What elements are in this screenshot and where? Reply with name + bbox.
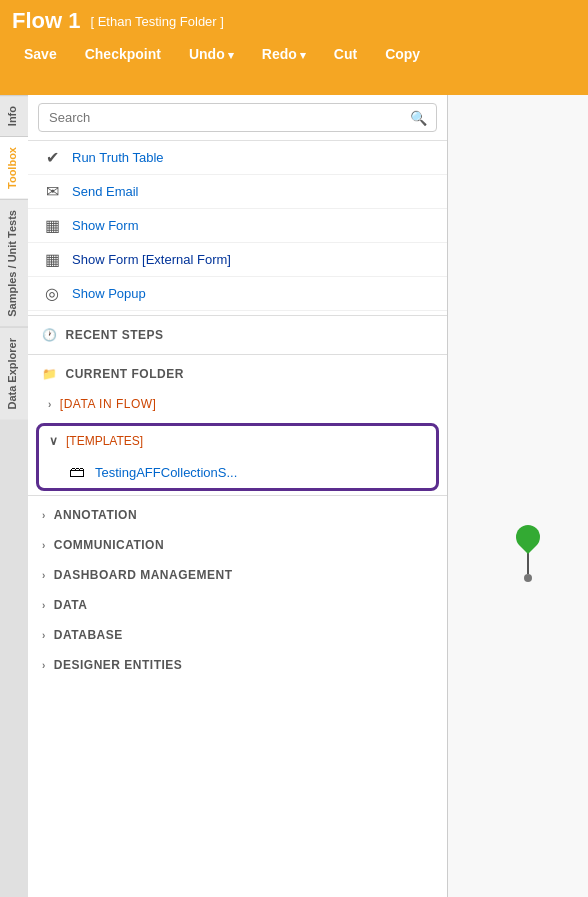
- category-communication[interactable]: › COMMUNICATION: [28, 530, 447, 560]
- divider: [28, 315, 447, 316]
- divider2: [28, 354, 447, 355]
- folder-label: [ Ethan Testing Folder ]: [90, 14, 223, 29]
- current-folder-label: CURRENT FOLDER: [66, 367, 184, 381]
- annotation-chevron: ›: [42, 510, 46, 521]
- templates-header[interactable]: ∨ [TEMPLATES]: [39, 426, 436, 456]
- tool-send-email[interactable]: ✉ Send Email: [28, 175, 447, 209]
- side-tabs: Info Toolbox Samples / Unit Tests Data E…: [0, 95, 28, 897]
- data-in-flow-chevron: ›: [48, 399, 52, 410]
- pin-head: [511, 520, 545, 554]
- templates-section: ∨ [TEMPLATES] 🗃 TestingAFFCollectionS...: [36, 423, 439, 491]
- redo-button[interactable]: Redo: [250, 40, 318, 68]
- data-in-flow-header[interactable]: › [DATA IN FLOW]: [28, 389, 447, 419]
- tool-label: Show Popup: [72, 286, 146, 301]
- show-popup-icon: ◎: [42, 284, 62, 303]
- database-label: DATABASE: [54, 628, 123, 642]
- data-chevron: ›: [42, 600, 46, 611]
- communication-chevron: ›: [42, 540, 46, 551]
- flow-title: Flow 1: [12, 8, 80, 34]
- section-recent-steps[interactable]: 🕐 RECENT STEPS: [28, 320, 447, 350]
- title-row: Flow 1 [ Ethan Testing Folder ]: [0, 0, 588, 34]
- copy-button[interactable]: Copy: [373, 40, 432, 68]
- annotation-label: ANNOTATION: [54, 508, 137, 522]
- tool-show-popup[interactable]: ◎ Show Popup: [28, 277, 447, 311]
- testing-aff-label: TestingAFFCollectionS...: [95, 465, 237, 480]
- data-label: DATA: [54, 598, 88, 612]
- designer-label: DESIGNER ENTITIES: [54, 658, 183, 672]
- dashboard-chevron: ›: [42, 570, 46, 581]
- database-chevron: ›: [42, 630, 46, 641]
- sidebar-item-info[interactable]: Info: [0, 95, 28, 136]
- templates-chevron: ∨: [49, 434, 58, 448]
- sidebar-item-data-explorer[interactable]: Data Explorer: [0, 327, 28, 420]
- checkpoint-button[interactable]: Checkpoint: [73, 40, 173, 68]
- run-truth-table-icon: ✔: [42, 148, 62, 167]
- tool-label: Show Form [External Form]: [72, 252, 231, 267]
- category-dashboard-management[interactable]: › DASHBOARD MANAGEMENT: [28, 560, 447, 590]
- current-folder-icon: 📁: [42, 367, 58, 381]
- search-bar: 🔍: [28, 95, 447, 141]
- search-icon: 🔍: [410, 110, 427, 126]
- pin-dot: [524, 574, 532, 582]
- category-database[interactable]: › DATABASE: [28, 620, 447, 650]
- communication-label: COMMUNICATION: [54, 538, 164, 552]
- show-form-icon: ▦: [42, 216, 62, 235]
- cut-button[interactable]: Cut: [322, 40, 369, 68]
- save-button[interactable]: Save: [12, 40, 69, 68]
- category-data[interactable]: › DATA: [28, 590, 447, 620]
- testing-aff-icon: 🗃: [69, 463, 85, 481]
- search-input[interactable]: [38, 103, 437, 132]
- tool-show-form-external[interactable]: ▦ Show Form [External Form]: [28, 243, 447, 277]
- tool-label: Run Truth Table: [72, 150, 164, 165]
- tool-label: Show Form: [72, 218, 138, 233]
- canvas-panel: [448, 95, 588, 897]
- recent-steps-label: RECENT STEPS: [66, 328, 164, 342]
- category-annotation[interactable]: › ANNOTATION: [28, 500, 447, 530]
- tool-label: Send Email: [72, 184, 138, 199]
- divider3: [28, 495, 447, 496]
- tool-show-form[interactable]: ▦ Show Form: [28, 209, 447, 243]
- category-designer-entities[interactable]: › DESIGNER ENTITIES: [28, 650, 447, 680]
- show-form-external-icon: ▦: [42, 250, 62, 269]
- dashboard-label: DASHBOARD MANAGEMENT: [54, 568, 233, 582]
- sidebar-item-toolbox[interactable]: Toolbox: [0, 136, 28, 199]
- recent-steps-icon: 🕐: [42, 328, 58, 342]
- undo-button[interactable]: Undo: [177, 40, 246, 68]
- templates-item-testing-aff[interactable]: 🗃 TestingAFFCollectionS...: [39, 456, 436, 488]
- tool-run-truth-table[interactable]: ✔ Run Truth Table: [28, 141, 447, 175]
- send-email-icon: ✉: [42, 182, 62, 201]
- section-current-folder[interactable]: 📁 CURRENT FOLDER: [28, 359, 447, 389]
- top-bar: Flow 1 [ Ethan Testing Folder ] Save Che…: [0, 0, 588, 95]
- toolbox-panel: 🔍 ✔ Run Truth Table ✉ Send Email ▦ Show …: [28, 95, 448, 897]
- data-in-flow-label: [DATA IN FLOW]: [60, 397, 157, 411]
- action-buttons: Save Checkpoint Undo Redo Cut Copy: [0, 34, 588, 74]
- templates-label: [TEMPLATES]: [66, 434, 143, 448]
- map-pin: [516, 525, 540, 582]
- designer-chevron: ›: [42, 660, 46, 671]
- sidebar-item-samples[interactable]: Samples / Unit Tests: [0, 199, 28, 327]
